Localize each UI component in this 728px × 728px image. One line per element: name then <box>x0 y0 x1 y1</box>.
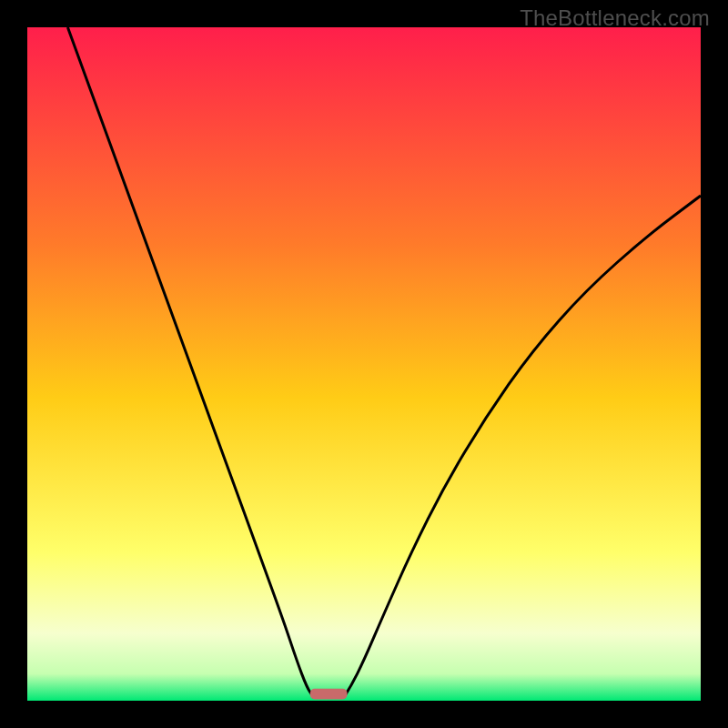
gradient-background <box>27 27 701 701</box>
bottom-marker <box>310 689 348 700</box>
plot-area <box>27 27 701 701</box>
chart-svg <box>27 27 701 701</box>
chart-frame: TheBottleneck.com <box>0 0 728 728</box>
